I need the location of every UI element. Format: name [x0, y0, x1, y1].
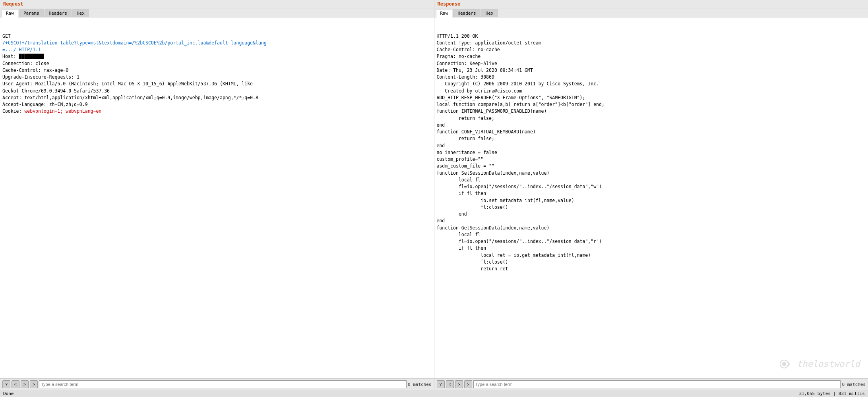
request-content: GET/+CSCOT+/translation-table?type=mst&t…: [0, 17, 434, 378]
response-line: Content-Length: 30869: [437, 74, 866, 81]
response-line: end: [437, 211, 866, 218]
request-prev-button[interactable]: <: [12, 380, 19, 388]
response-help-button[interactable]: ?: [437, 380, 445, 388]
svg-point-1: [782, 362, 786, 366]
response-line: end: [437, 218, 866, 224]
request-tabs: Raw Params Headers Hex: [0, 8, 434, 17]
response-line: local fl: [437, 231, 866, 238]
status-bar: Done 31,055 bytes | 831 millis: [0, 390, 868, 397]
response-line: return false;: [437, 135, 866, 142]
request-tab-params[interactable]: Params: [19, 9, 44, 17]
request-tab-headers[interactable]: Headers: [45, 9, 72, 17]
response-line: Pragma: no-cache: [437, 53, 866, 60]
response-line: end: [437, 122, 866, 129]
response-line: function GetSessionData(index,name,value…: [437, 225, 866, 231]
response-forward-button[interactable]: >: [464, 380, 472, 388]
response-line: local function compare(a,b) return a["or…: [437, 101, 866, 108]
response-line: return ret: [437, 266, 866, 272]
request-panel: Request Raw Params Headers Hex GET/+CSCO…: [0, 0, 434, 390]
response-line: local ret = io.get_metadata_int(fl,name): [437, 252, 866, 259]
request-line: /+CSCOT+/translation-table?type=mst&text…: [2, 40, 432, 46]
request-search-input[interactable]: [39, 380, 407, 388]
response-content: HTTP/1.1 200 OKContent-Type: application…: [434, 17, 868, 378]
response-line: custom_profile="": [437, 156, 866, 163]
response-line: function CONF_VIRTUAL_KEYBOARD(name): [437, 129, 866, 135]
request-line: Accept: text/html,application/xhtml+xml,…: [2, 94, 432, 101]
request-line: Connection: close: [2, 60, 432, 67]
response-label: Response: [438, 1, 461, 7]
response-line: HTTP/1.1 200 OK: [437, 33, 866, 40]
response-line: return false;: [437, 115, 866, 122]
response-line: fl:close(): [437, 204, 866, 211]
request-match-count: 0 matches: [408, 382, 432, 387]
response-match-count: 0 matches: [842, 382, 866, 387]
bytes-info: 31,055 bytes | 831 millis: [799, 391, 865, 396]
response-tabs: Raw Headers Hex: [434, 8, 868, 17]
request-line: =.../ HTTP/1.1: [2, 46, 432, 53]
request-label: Request: [3, 1, 23, 7]
request-next-button[interactable]: >: [21, 380, 29, 388]
response-tab-hex[interactable]: Hex: [481, 9, 498, 17]
response-search-input[interactable]: [473, 380, 841, 388]
request-search-bar: ? < > > 0 matches: [0, 378, 434, 390]
request-line: GET: [2, 33, 432, 40]
request-line: Upgrade-Insecure-Requests: 1: [2, 74, 432, 81]
response-line: ADD_HTTP_RESP_HEADER("X-Frame-Options", …: [437, 94, 866, 101]
response-line: end: [437, 143, 866, 149]
response-line: asdm_custom_file = "": [437, 163, 866, 170]
response-line: local fl: [437, 177, 866, 183]
response-line: -- Created by otrizna@cisco.com: [437, 88, 866, 94]
response-line: -- Copyright (C) 2006-2009 2010-2011 by …: [437, 81, 866, 87]
svg-point-0: [780, 360, 788, 368]
response-line: if fl then: [437, 190, 866, 197]
response-tab-raw[interactable]: Raw: [436, 9, 453, 17]
response-line: fl:close(): [437, 259, 866, 266]
response-line: if fl then: [437, 245, 866, 252]
response-line: io.set_metadata_int(fl,name,value): [437, 197, 866, 204]
response-line: function SetSessionData(index,name,value…: [437, 170, 866, 177]
response-line: function INTERNAL_PASSWORD_ENABLED(name): [437, 108, 866, 115]
request-line: Gecko) Chrome/69.0.3494.0 Safari/537.36: [2, 88, 432, 94]
response-line: Date: Thu, 23 Jul 2020 09:34:41 GMT: [437, 67, 866, 74]
response-line: no_inheritance = false: [437, 149, 866, 156]
request-help-button[interactable]: ?: [2, 380, 10, 388]
request-line: User-Agent: Mozilla/5.0 (Macintosh; Inte…: [2, 81, 432, 87]
response-line: Content-Type: application/octet-stream: [437, 40, 866, 46]
response-search-bar: ? < > > 0 matches: [434, 378, 868, 390]
response-line: fl=io.open("/sessions/"..index.."/sessio…: [437, 238, 866, 245]
request-header: Request: [0, 0, 434, 8]
request-line: Cookie: webvpnlogin=1; webvpnLang=en: [2, 108, 432, 115]
response-line: Cache-Control: no-cache: [437, 46, 866, 53]
done-label: Done: [3, 391, 14, 396]
request-line: Cache-Control: max-age=0: [2, 67, 432, 74]
response-line: Connection: Keep-Alive: [437, 60, 866, 67]
response-prev-button[interactable]: <: [446, 380, 454, 388]
response-header: Response: [434, 0, 868, 8]
request-line: Host: █████████: [2, 53, 432, 60]
response-next-button[interactable]: >: [455, 380, 463, 388]
request-tab-hex[interactable]: Hex: [72, 9, 89, 17]
response-line: fl=io.open("/sessions/"..index.."/sessio…: [437, 183, 866, 190]
request-tab-raw[interactable]: Raw: [2, 9, 18, 17]
request-forward-button[interactable]: >: [30, 380, 38, 388]
request-line: Accept-Language: zh-CN,zh;q=0.9: [2, 101, 432, 108]
watermark: thelostworld: [779, 357, 860, 370]
response-panel: Response Raw Headers Hex HTTP/1.1 200 OK…: [434, 0, 868, 390]
response-tab-headers[interactable]: Headers: [453, 9, 480, 17]
